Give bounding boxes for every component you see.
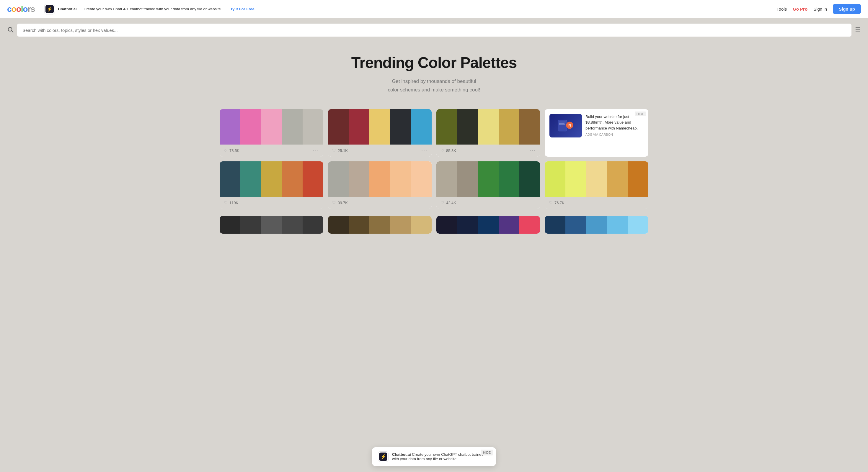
palette-likes: ♡ 42.4K [440,200,456,205]
palette-more-button[interactable]: ··· [638,200,644,206]
palette-card[interactable]: ♡ 39.7K ··· [328,161,432,209]
swatch-1 [349,161,369,197]
bottom-chatbot-banner: ⚡ Chatbot.ai Create your own ChatGPT cha… [372,447,496,466]
search-bar-container: ☰ [0,18,868,42]
palette-likes: ♡ 25.1K [332,148,348,153]
palette-swatches [436,109,540,144]
bottom-banner-text: Chatbot.ai Create your own ChatGPT chatb… [392,452,490,461]
bottom-brand: Chatbot.ai [392,452,411,457]
swatch-4 [303,109,323,144]
page-title: Trending Color Palettes [7,54,861,71]
swatch-partial-2 [586,216,607,234]
chatbot-icon-inner: ⚡ [45,5,54,13]
palette-more-button[interactable]: ··· [421,147,428,154]
palette-card[interactable]: ♡ 42.4K ··· [436,161,540,209]
palette-footer: ♡ 42.4K ··· [436,197,540,209]
palette-more-button[interactable]: ··· [530,200,536,206]
palette-footer: ♡ 76.7K ··· [545,197,648,209]
chatbot-icon: ⚡ [44,4,55,14]
ad-hide-button[interactable]: HIDE [635,111,646,116]
palette-card[interactable]: ♡ 78.5K ··· [220,109,323,157]
ad-image: N [550,114,582,137]
palette-card-partial[interactable] [328,216,432,234]
swatch-3 [499,109,519,144]
swatch-3 [390,109,411,144]
swatch-3 [607,161,628,197]
heart-icon: ♡ [549,200,553,205]
ad-card[interactable]: HIDE N Build your website for just $3.88… [545,109,648,157]
palette-swatches-partial [220,216,323,234]
palette-card[interactable]: ♡ 76.7K ··· [545,161,648,209]
gopro-nav[interactable]: Go Pro [793,6,807,11]
svg-line-1 [11,31,13,32]
likes-count: 85.3K [446,148,456,153]
chatbot-cta-link[interactable]: Try It For Free [229,7,254,11]
signin-nav[interactable]: Sign in [813,6,827,11]
palette-card[interactable]: ♡ 25.1K ··· [328,109,432,157]
swatch-partial-3 [499,216,519,234]
palette-swatches [220,161,323,197]
palette-swatches-partial [545,216,648,234]
swatch-partial-4 [303,216,323,234]
search-input[interactable] [17,24,851,37]
likes-count: 119K [229,201,238,205]
ad-via: ADS VIA CARBON [585,133,644,136]
palette-card-partial[interactable] [545,216,648,234]
swatch-2 [478,161,498,197]
ad-description: Build your website for just $3.88/mth. M… [585,114,644,131]
palette-card[interactable]: ♡ 85.3K ··· [436,109,540,157]
bottom-hide-button[interactable]: HIDE [480,449,493,456]
swatch-0 [220,161,240,197]
swatch-0 [436,109,457,144]
svg-rect-4 [559,123,565,124]
likes-count: 76.7K [554,201,564,205]
swatch-partial-2 [261,216,282,234]
bottom-chatbot-icon-inner: ⚡ [379,452,388,461]
palette-swatches [436,161,540,197]
hero-subtitle: Get inspired by thousands of beautiful c… [7,77,861,94]
swatch-3 [282,109,303,144]
swatch-4 [411,161,432,197]
signup-button[interactable]: Sign up [833,4,861,14]
palette-likes: ♡ 76.7K [549,200,564,205]
swatch-partial-4 [411,216,432,234]
palette-footer: ♡ 78.5K ··· [220,144,323,157]
palette-grid: ♡ 78.5K ··· ♡ 25.1K ··· ♡ 85.3K ··· HIDE [213,109,655,216]
palette-swatches [545,161,648,197]
nav-right: Tools Go Pro Sign in Sign up [776,4,861,14]
swatch-partial-1 [349,216,369,234]
palette-more-button[interactable]: ··· [313,147,319,154]
palette-more-button[interactable]: ··· [421,200,428,206]
swatch-4 [303,161,323,197]
heart-icon: ♡ [224,148,228,153]
palette-footer: ♡ 25.1K ··· [328,144,432,157]
palette-card[interactable]: ♡ 119K ··· [220,161,323,209]
palette-more-button[interactable]: ··· [530,147,536,154]
swatch-partial-2 [478,216,498,234]
swatch-2 [261,161,282,197]
palette-swatches [220,109,323,144]
swatch-partial-3 [390,216,411,234]
palette-card-partial[interactable] [220,216,323,234]
swatch-2 [369,109,390,144]
swatch-0 [545,161,565,197]
logo[interactable]: coolors [7,4,35,14]
swatch-4 [519,161,540,197]
swatch-2 [478,109,498,144]
chatbot-brand: Chatbot.ai [58,7,77,11]
ad-text-block: Build your website for just $3.88/mth. M… [585,114,644,137]
swatch-2 [586,161,607,197]
palette-swatches [328,109,432,144]
palette-footer: ♡ 39.7K ··· [328,197,432,209]
palette-more-button[interactable]: ··· [313,200,319,206]
likes-count: 78.5K [229,148,240,153]
swatch-0 [328,109,349,144]
heart-icon: ♡ [440,200,444,205]
palette-footer: ♡ 119K ··· [220,197,323,209]
swatch-1 [349,109,369,144]
tools-nav[interactable]: Tools [776,6,787,11]
palette-card-partial[interactable] [436,216,540,234]
hamburger-icon[interactable]: ☰ [855,26,861,34]
swatch-partial-3 [607,216,628,234]
heart-icon: ♡ [440,148,444,153]
